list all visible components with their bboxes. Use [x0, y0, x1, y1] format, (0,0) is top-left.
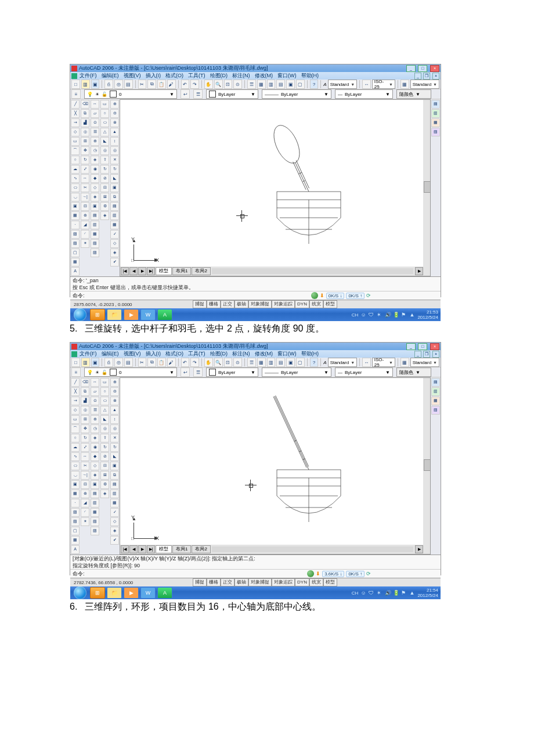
menu-tools[interactable]: 工具(T)	[188, 350, 205, 358]
menu-dimension[interactable]: 标注(N)	[232, 72, 250, 80]
status-icon[interactable]: ◈	[91, 434, 99, 442]
list-icon[interactable]: ☰	[91, 406, 99, 415]
table-style-dropdown[interactable]: Standard▼	[410, 358, 439, 367]
close-button[interactable]: ×	[430, 65, 439, 72]
plotstyle-dropdown[interactable]: 随颜色▼	[396, 89, 431, 99]
text-style-dropdown[interactable]: Standard▼	[328, 358, 357, 367]
designcenter-icon[interactable]: ▦	[257, 80, 266, 89]
right-tool2-icon[interactable]: ▥	[431, 387, 440, 396]
other2-icon[interactable]: ◇	[91, 462, 99, 470]
maximize-button[interactable]: □	[418, 343, 427, 350]
table-icon[interactable]: ▦	[71, 258, 80, 267]
tray-vol-icon[interactable]: 🔊	[385, 312, 391, 318]
chamfer-icon[interactable]: ◢	[81, 221, 89, 229]
rotate-icon[interactable]: ↻	[81, 156, 89, 164]
break-icon[interactable]: ⊟	[81, 480, 89, 489]
arc-icon[interactable]: ⌒	[71, 146, 80, 155]
taskbar-item-1[interactable]: ⊞	[90, 587, 105, 599]
color-dropdown[interactable]: ByLayer▼	[206, 89, 258, 99]
tab-next-icon[interactable]: ▶	[138, 545, 146, 553]
markup-icon[interactable]: ▣	[286, 80, 295, 89]
horizontal-scrollbar[interactable]	[212, 546, 413, 552]
ellipsearc-icon[interactable]: ◡	[71, 193, 80, 201]
intersect-icon[interactable]: ⊗	[110, 118, 119, 127]
hscroll-right-icon[interactable]: ▶	[415, 545, 423, 553]
menu-view[interactable]: 视图(V)	[124, 350, 141, 358]
revcloud-icon[interactable]: ☁	[71, 165, 80, 174]
tab-prev-icon[interactable]: ◀	[129, 545, 138, 553]
slice-icon[interactable]: ⊘	[100, 174, 109, 183]
save-icon[interactable]: ▣	[91, 80, 100, 89]
doc-restore-button[interactable]: ❐	[423, 73, 430, 80]
vertical-scrollbar[interactable]	[423, 378, 430, 545]
vertical-scrollbar[interactable]	[423, 100, 430, 267]
layer-prev-icon[interactable]: ↩	[181, 89, 190, 99]
zoom-previous-icon[interactable]: ⊙	[233, 358, 242, 367]
join-icon[interactable]: ⊕	[81, 489, 89, 498]
paste-icon[interactable]: 📋	[157, 80, 166, 89]
tray-flag-icon[interactable]: ⚑	[401, 590, 407, 596]
id-icon[interactable]: ⊕	[91, 415, 99, 424]
sphere-icon[interactable]: ○	[100, 387, 109, 396]
check-icon[interactable]: ✔	[110, 536, 119, 545]
designcenter-icon[interactable]: ▦	[257, 358, 266, 367]
block-icon[interactable]: ▦	[71, 489, 80, 498]
shell-icon[interactable]: ◈	[110, 249, 119, 257]
circle-icon[interactable]: ○	[71, 434, 80, 442]
right-tool1-icon[interactable]: ▤	[431, 100, 440, 109]
command-line[interactable]: 命令:	[70, 569, 441, 578]
tray-vol-icon[interactable]: 🔊	[385, 590, 391, 596]
other6-icon[interactable]: ▥	[91, 221, 99, 229]
union-icon[interactable]: ⊕	[110, 100, 119, 109]
polygon-icon[interactable]: ◇	[71, 406, 80, 415]
scale-icon[interactable]: ⤢	[81, 443, 89, 452]
revolve-icon[interactable]: ↻	[100, 165, 109, 174]
scale-icon[interactable]: ⤢	[81, 165, 89, 174]
other4-icon[interactable]: ▣	[91, 480, 99, 489]
pan-icon[interactable]: ✋	[204, 358, 213, 367]
union-icon[interactable]: ⊕	[110, 378, 119, 387]
right-tool3-icon[interactable]: ▦	[431, 118, 440, 127]
move-icon[interactable]: ✥	[81, 424, 89, 433]
other8-icon[interactable]: ▧	[91, 239, 99, 248]
circle-icon[interactable]: ○	[71, 156, 80, 164]
redo-icon[interactable]: ↷	[190, 358, 199, 367]
toolpalette-icon[interactable]: ▥	[267, 358, 276, 367]
zoom-window-icon[interactable]: ⊡	[224, 80, 233, 89]
right-tool4-icon[interactable]: ▧	[431, 128, 440, 136]
taskbar-item-media[interactable]: ▶	[124, 587, 139, 599]
section-icon[interactable]: ⊟	[100, 183, 109, 192]
menu-draw[interactable]: 绘图(D)	[210, 72, 228, 80]
zoom-realtime-icon[interactable]: 🔍	[214, 80, 223, 89]
help-icon[interactable]: ?	[310, 358, 319, 367]
other7-icon[interactable]: ▦	[91, 508, 99, 517]
right-tool1-icon[interactable]: ▤	[431, 378, 440, 387]
extend-icon[interactable]: →|	[81, 193, 89, 201]
mode-otrack[interactable]: 对象追踪	[272, 300, 295, 308]
tray-flag-icon[interactable]: ⚑	[401, 312, 407, 318]
layer-states-icon[interactable]: ☰	[193, 368, 203, 377]
tab-first-icon[interactable]: |◀	[121, 267, 129, 275]
ellipse-icon[interactable]: ⬭	[71, 183, 80, 192]
deleteface-icon[interactable]: ✕	[110, 434, 119, 442]
coloredge-icon[interactable]: ▤	[110, 480, 119, 489]
tray-net-icon[interactable]: ✶	[377, 312, 383, 318]
rotateface-icon[interactable]: ↻	[110, 443, 119, 452]
paste-icon[interactable]: 📋	[157, 358, 166, 367]
mode-polar[interactable]: 极轴	[234, 578, 248, 586]
taskbar-item-word[interactable]: W	[140, 309, 156, 321]
interfere-icon[interactable]: ⊠	[100, 193, 109, 201]
menu-edit[interactable]: 编辑(E)	[102, 72, 119, 80]
tab-first-icon[interactable]: |◀	[121, 545, 129, 553]
point-icon[interactable]: ·	[71, 499, 80, 507]
mode-ortho[interactable]: 正交	[221, 578, 234, 586]
extrudeface-icon[interactable]: ▲	[110, 128, 119, 136]
menu-help[interactable]: 帮助(H)	[301, 350, 319, 358]
start-button[interactable]	[74, 586, 86, 599]
layer-dropdown[interactable]: 💡 ☀ 🔓 0 ▼	[84, 89, 177, 99]
doc-minimize-button[interactable]: _	[414, 73, 421, 80]
erase-icon[interactable]: ⌫	[81, 100, 89, 109]
wedge-icon[interactable]: ◣	[100, 137, 109, 146]
tray-power-icon[interactable]: 🔋	[393, 590, 399, 596]
mode-model[interactable]: 模型	[323, 300, 337, 308]
